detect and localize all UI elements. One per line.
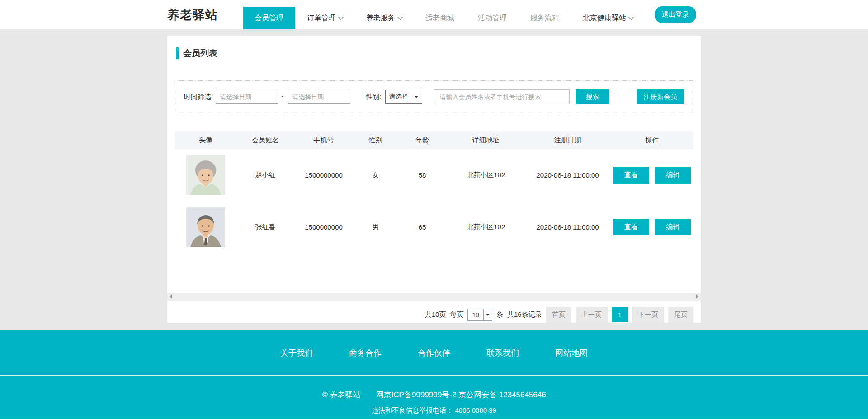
unit-label: 条 [496,311,503,319]
footer-copyright: © 养老驿站 网京ICP备9999999号-2 京公网安备 1234564564… [0,376,868,415]
avatar-cell [175,201,237,253]
nav-order-management[interactable]: 订单管理 [295,7,354,29]
nav-activity-management[interactable]: 活动管理 [466,7,519,29]
logout-button[interactable]: 退出登录 [655,6,696,23]
first-page-button[interactable]: 首页 [546,307,571,323]
footer-link-partners[interactable]: 合作伙伴 [418,348,450,358]
page-footer: 关于我们 商务合作 合作伙伴 联系我们 网站地图 © 养老驿站 网京ICP备99… [0,330,868,419]
header-name: 会员姓名 [237,131,294,149]
pagination-bar: 共10页 每页 10 条 共16条记录 首页 上一页 1 下一页 尾页 [167,301,701,323]
table-header-row: 头像 会员姓名 手机号 性别 年龄 详细地址 注册日期 操作 [175,131,693,149]
header-reg-date: 注册日期 [525,131,610,149]
member-gender: 女 [354,149,398,201]
dropdown-arrow-icon [415,96,418,100]
nav-label: 订单管理 [307,14,336,23]
filter-bar: 时间筛选: ~ 性别: 请选择 搜索 注册新会员 [175,80,693,113]
view-button[interactable]: 查看 [613,219,649,235]
total-records-label: 共16条记录 [507,311,542,319]
next-page-button[interactable]: 下一页 [632,307,664,323]
nav-station-selector[interactable]: 北京健康驿站 [571,7,645,29]
main-nav: 会员管理 订单管理 养老服务 适老商城 活动管理 服务流程 北京健康驿站 [243,0,701,29]
chevron-down-icon [338,14,343,19]
header-age: 年龄 [398,131,447,149]
topbar-inner: 养老驿站 会员管理 订单管理 养老服务 适老商城 活动管理 服务流程 [167,0,701,29]
table-row: 赵小红 1500000000 女 58 北苑小区102 2020-06-18 1… [175,149,693,201]
report-phone-line: 违法和不良信息举报电话： 4006 0000 99 [0,406,868,415]
view-button[interactable]: 查看 [613,167,649,184]
member-age: 65 [398,201,447,253]
date-range-separator: ~ [281,93,285,100]
footer-link-sitemap[interactable]: 网站地图 [555,348,588,358]
nav-elderly-services[interactable]: 养老服务 [354,7,414,29]
nav-member-management[interactable]: 会员管理 [243,7,295,29]
member-reg-date: 2020-06-18 11:00:00 [525,201,610,253]
per-page-value: 10 [468,309,483,320]
member-age: 58 [398,149,447,201]
gender-select[interactable]: 请选择 [385,90,422,104]
operations-cell: 查看 编辑 [610,201,693,253]
avatar-cell [175,149,237,201]
member-gender: 男 [354,201,398,253]
member-address: 北苑小区102 [447,149,525,201]
header-gender: 性别 [354,131,398,149]
member-list-card: 会员列表 时间筛选: ~ 性别: 请选择 搜索 注册新会员 头像 会员姓名 手机… [167,36,701,323]
nav-label: 活动管理 [478,14,507,23]
gender-filter-label: 性别: [366,93,381,101]
chevron-down-icon [397,14,402,19]
nav-elderly-mall[interactable]: 适老商城 [414,7,466,29]
prev-page-button[interactable]: 上一页 [576,307,608,323]
nav-label: 适老商城 [425,14,454,23]
member-phone: 1500000000 [294,149,354,201]
header-phone: 手机号 [294,131,354,149]
horizontal-scrollbar[interactable] [167,293,701,301]
member-name: 张红春 [237,201,294,253]
date-filter-label: 时间筛选: [184,93,213,101]
header-avatar: 头像 [175,131,237,149]
search-button[interactable]: 搜索 [576,89,609,104]
per-page-label: 每页 [450,311,463,319]
dropdown-arrow-icon [486,314,490,318]
total-pages-label: 共10页 [425,311,446,319]
top-navigation-bar: 养老驿站 会员管理 订单管理 养老服务 适老商城 活动管理 服务流程 [0,0,868,29]
table-header: 头像 会员姓名 手机号 性别 年龄 详细地址 注册日期 操作 [175,131,693,149]
chevron-down-icon [628,14,633,19]
register-member-button[interactable]: 注册新会员 [637,89,684,104]
current-page-button[interactable]: 1 [612,307,628,322]
per-page-select[interactable]: 10 [467,309,492,321]
footer-link-about[interactable]: 关于我们 [280,348,313,358]
date-from-input[interactable] [216,90,278,104]
nav-label: 会员管理 [255,14,283,23]
footer-link-business[interactable]: 商务合作 [349,348,382,358]
gender-select-value: 请选择 [389,93,408,101]
nav-label: 养老服务 [366,14,395,23]
member-phone: 1500000000 [294,201,354,253]
edit-button[interactable]: 编辑 [655,167,691,184]
elderly-man-photo [186,207,225,247]
nav-service-process[interactable]: 服务流程 [519,7,571,29]
member-address: 北苑小区102 [447,201,525,253]
member-table: 头像 会员姓名 手机号 性别 年龄 详细地址 注册日期 操作 [175,131,693,253]
member-name: 赵小红 [237,149,294,201]
last-page-button[interactable]: 尾页 [668,307,693,323]
copyright-line: © 养老驿站 网京ICP备9999999号-2 京公网安备 1234564564… [0,390,868,400]
member-reg-date: 2020-06-18 11:00:00 [525,149,610,201]
footer-link-contact[interactable]: 联系我们 [486,348,519,358]
table-row: 张红春 1500000000 男 65 北苑小区102 2020-06-18 1… [175,201,693,253]
footer-links: 关于我们 商务合作 合作伙伴 联系我们 网站地图 [0,330,868,376]
header-operations: 操作 [610,131,693,149]
member-search-input[interactable] [434,89,570,104]
scroll-right-icon[interactable] [696,294,698,299]
scroll-left-icon[interactable] [170,294,172,299]
app-logo: 养老驿站 [167,7,218,23]
operations-cell: 查看 编辑 [610,149,693,201]
header-address: 详细地址 [447,131,525,149]
edit-button[interactable]: 编辑 [655,219,691,235]
nav-label: 服务流程 [530,14,559,23]
nav-label: 北京健康驿站 [583,14,626,23]
date-to-input[interactable] [288,90,350,104]
elderly-woman-photo [186,155,225,195]
page-title: 会员列表 [176,47,701,59]
per-page-arrow-box [483,309,492,320]
